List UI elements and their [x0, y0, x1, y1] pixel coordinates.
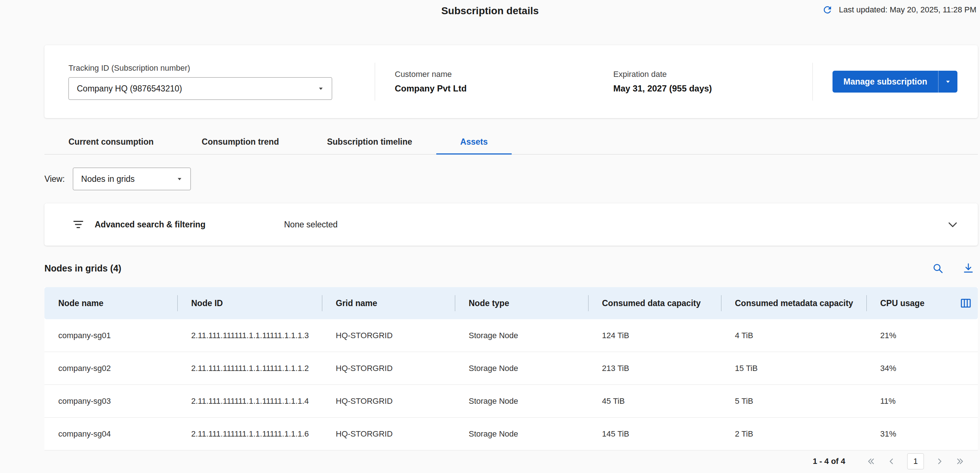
chevron-down-icon	[177, 176, 183, 182]
column-header-node-type[interactable]: Node type	[455, 287, 588, 319]
view-label: View:	[45, 174, 65, 184]
cell-cpu-usage: 34%	[866, 352, 978, 385]
cell-node-name: company-sg03	[45, 385, 177, 417]
table-header-row: Node name Node ID Grid name Node type Co…	[45, 287, 978, 319]
cell-grid-name: HQ-STORGRID	[322, 385, 455, 417]
column-header-consumed-data-capacity[interactable]: Consumed data capacity	[588, 287, 721, 319]
cell-cpu-usage: 11%	[866, 385, 978, 417]
tab-subscription-timeline[interactable]: Subscription timeline	[303, 130, 436, 154]
cell-node-id: 2.11.111.111111.1.1.11111.1.1.1.4	[177, 385, 322, 417]
cell-consumed-metadata-capacity: 15 TiB	[721, 352, 866, 385]
cell-cpu-usage: 21%	[866, 319, 978, 352]
table-body: company-sg012.11.111.111111.1.1.11111.1.…	[45, 319, 978, 451]
search-icon[interactable]	[932, 262, 943, 274]
content-area: Tracking ID (Subscription number) Compan…	[45, 45, 978, 471]
column-header-cpu-usage[interactable]: CPU usage	[866, 287, 978, 319]
tracking-id-label: Tracking ID (Subscription number)	[68, 64, 332, 73]
chevron-down-icon	[318, 86, 324, 91]
cell-cpu-usage: 31%	[866, 417, 978, 451]
last-page-icon[interactable]	[955, 457, 965, 466]
cell-grid-name: HQ-STORGRID	[322, 352, 455, 385]
cell-node-name: company-sg04	[45, 417, 177, 451]
tab-bar: Current consumption Consumption trend Su…	[45, 130, 978, 154]
view-select-value: Nodes in grids	[81, 174, 135, 184]
cell-consumed-metadata-capacity: 2 TiB	[721, 417, 866, 451]
cell-grid-name: HQ-STORGRID	[322, 319, 455, 352]
cell-consumed-data-capacity: 45 TiB	[588, 385, 721, 417]
chevron-down-icon	[945, 79, 951, 84]
expiration-date-value: May 31, 2027 (955 days)	[613, 83, 813, 94]
tab-current-consumption[interactable]: Current consumption	[45, 130, 178, 154]
cell-node-id: 2.11.111.111111.1.1.11111.1.1.1.2	[177, 352, 322, 385]
expiration-date-field: Expiration date May 31, 2027 (955 days)	[613, 70, 813, 94]
refresh-icon[interactable]	[822, 4, 833, 15]
filter-icon	[72, 218, 84, 231]
table-section-header: Nodes in grids (4)	[45, 260, 978, 276]
table-row: company-sg022.11.111.111111.1.1.11111.1.…	[45, 352, 978, 385]
previous-page-icon[interactable]	[887, 457, 896, 466]
page-header: Subscription details Last updated: May 2…	[0, 0, 980, 21]
customer-name-label: Customer name	[395, 70, 613, 79]
advanced-search-title: Advanced search & filtering	[95, 220, 284, 229]
cell-node-id: 2.11.111.111111.1.1.11111.1.1.1.3	[177, 319, 322, 352]
cell-consumed-metadata-capacity: 5 TiB	[721, 385, 866, 417]
pagination: 1 - 4 of 4 1	[45, 452, 978, 471]
subscription-summary-card: Tracking ID (Subscription number) Compan…	[45, 45, 978, 118]
cell-consumed-metadata-capacity: 4 TiB	[721, 319, 866, 352]
divider	[375, 63, 375, 100]
view-select[interactable]: Nodes in grids	[73, 168, 191, 190]
page-title: Subscription details	[441, 5, 539, 17]
manage-subscription-button[interactable]: Manage subscription	[832, 71, 939, 92]
cell-consumed-data-capacity: 213 TiB	[588, 352, 721, 385]
expiration-date-label: Expiration date	[613, 70, 813, 79]
last-updated: Last updated: May 20, 2025, 11:28 PM	[822, 4, 976, 15]
tracking-id-select[interactable]: Company HQ (9876543210)	[68, 77, 332, 100]
tab-consumption-trend[interactable]: Consumption trend	[178, 130, 303, 154]
cell-grid-name: HQ-STORGRID	[322, 417, 455, 451]
cell-consumed-data-capacity: 145 TiB	[588, 417, 721, 451]
table-row: company-sg042.11.111.111111.1.1.11111.1.…	[45, 417, 978, 451]
tracking-id-value: Company HQ (9876543210)	[77, 84, 182, 94]
nodes-table: Node name Node ID Grid name Node type Co…	[45, 287, 978, 451]
customer-name-value: Company Pvt Ltd	[395, 83, 613, 94]
column-header-grid-name[interactable]: Grid name	[322, 287, 455, 319]
column-header-consumed-metadata-capacity[interactable]: Consumed metadata capacity	[721, 287, 866, 319]
cell-node-type: Storage Node	[455, 385, 588, 417]
last-updated-text: Last updated: May 20, 2025, 11:28 PM	[839, 5, 976, 14]
tracking-id-field: Tracking ID (Subscription number) Compan…	[68, 64, 332, 100]
cell-node-type: Storage Node	[455, 352, 588, 385]
table-actions	[932, 262, 978, 274]
cell-node-type: Storage Node	[455, 417, 588, 451]
table-row: company-sg012.11.111.111111.1.1.11111.1.…	[45, 319, 978, 352]
column-header-node-id[interactable]: Node ID	[177, 287, 322, 319]
manage-subscription-menu-button[interactable]	[939, 71, 958, 92]
cell-node-name: company-sg01	[45, 319, 177, 352]
pagination-range: 1 - 4 of 4	[813, 457, 845, 466]
expand-chevron-icon[interactable]	[947, 218, 959, 231]
advanced-search-panel[interactable]: Advanced search & filtering None selecte…	[45, 203, 978, 245]
cell-node-type: Storage Node	[455, 319, 588, 352]
first-page-icon[interactable]	[866, 457, 876, 466]
advanced-search-status: None selected	[284, 220, 337, 229]
table-row: company-sg032.11.111.111111.1.1.11111.1.…	[45, 385, 978, 417]
table-title: Nodes in grids (4)	[45, 263, 121, 274]
next-page-icon[interactable]	[935, 457, 944, 466]
customer-name-field: Customer name Company Pvt Ltd	[395, 70, 613, 94]
current-page[interactable]: 1	[907, 453, 924, 469]
view-selector-row: View: Nodes in grids	[45, 168, 978, 190]
divider	[813, 63, 813, 100]
cell-consumed-data-capacity: 124 TiB	[588, 319, 721, 352]
column-settings-icon[interactable]	[959, 297, 972, 309]
download-icon[interactable]	[963, 262, 974, 274]
manage-subscription-split-button: Manage subscription	[832, 71, 958, 92]
column-header-node-name[interactable]: Node name	[45, 287, 177, 319]
tab-assets[interactable]: Assets	[436, 130, 512, 154]
cell-node-id: 2.11.111.111111.1.1.11111.1.1.1.6	[177, 417, 322, 451]
cell-node-name: company-sg02	[45, 352, 177, 385]
